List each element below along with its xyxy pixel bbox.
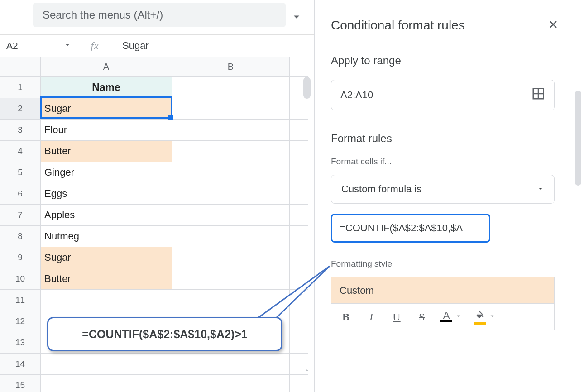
table-row: 15 bbox=[0, 375, 308, 392]
formula-value: =COUNTIF($A$2:$A$10,$A bbox=[340, 222, 463, 234]
style-name: Custom bbox=[340, 285, 374, 296]
cell[interactable]: Nutmeg bbox=[41, 226, 172, 247]
table-row: 2Sugar bbox=[0, 98, 308, 120]
cell[interactable] bbox=[172, 205, 290, 225]
select-range-icon[interactable] bbox=[531, 87, 545, 103]
menu-search-caret-icon[interactable] bbox=[290, 10, 303, 25]
text-color-button[interactable]: A bbox=[436, 307, 467, 326]
fill-color-button[interactable] bbox=[469, 307, 501, 326]
caret-down-icon bbox=[488, 312, 496, 321]
fx-icon: fx bbox=[77, 35, 113, 57]
name-box[interactable]: A2 bbox=[0, 35, 77, 57]
row-header[interactable]: 6 bbox=[0, 183, 41, 204]
table-row: 4Butter bbox=[0, 141, 308, 162]
cell[interactable] bbox=[172, 120, 290, 140]
conditional-format-sidepanel: Conditional format rules Apply to range … bbox=[314, 0, 584, 392]
name-box-caret-icon[interactable] bbox=[63, 40, 72, 52]
column-header-b[interactable]: B bbox=[172, 57, 290, 76]
cell[interactable] bbox=[172, 98, 290, 119]
bold-button[interactable]: B bbox=[334, 307, 358, 326]
italic-button[interactable]: I bbox=[359, 307, 383, 326]
row-header[interactable]: 8 bbox=[0, 226, 41, 247]
cell[interactable] bbox=[172, 77, 290, 98]
text-color-glyph: A bbox=[443, 312, 450, 319]
vertical-scrollbar[interactable] bbox=[303, 77, 311, 99]
formula-bar-value: Sugar bbox=[122, 40, 149, 51]
select-all-corner[interactable] bbox=[0, 57, 41, 76]
format-cells-if-label: Format cells if... bbox=[331, 157, 584, 167]
row-header[interactable]: 14 bbox=[0, 354, 41, 374]
cell[interactable]: Apples bbox=[41, 205, 172, 225]
name-box-value: A2 bbox=[6, 40, 18, 51]
format-rules-label: Format rules bbox=[331, 132, 584, 145]
cell[interactable] bbox=[172, 183, 290, 204]
cell[interactable] bbox=[41, 354, 172, 374]
cell[interactable] bbox=[172, 354, 290, 374]
paint-bucket-icon bbox=[475, 310, 485, 320]
cell[interactable] bbox=[172, 375, 290, 392]
cell[interactable]: Sugar bbox=[41, 247, 172, 268]
cell[interactable] bbox=[41, 375, 172, 392]
table-row: 3Flour bbox=[0, 120, 308, 141]
row-header[interactable]: 13 bbox=[0, 332, 41, 353]
cell[interactable] bbox=[172, 141, 290, 162]
cell[interactable]: Ginger bbox=[41, 162, 172, 183]
row-header[interactable]: 4 bbox=[0, 141, 41, 162]
style-toolbar: B I U S A bbox=[331, 303, 555, 330]
row-header[interactable]: 11 bbox=[0, 290, 41, 311]
strike-glyph: S bbox=[419, 311, 425, 323]
condition-value: Custom formula is bbox=[341, 183, 421, 195]
namebox-row: A2 fx Sugar bbox=[0, 34, 317, 57]
text-color-swatch bbox=[440, 320, 452, 322]
condition-select[interactable]: Custom formula is bbox=[331, 175, 555, 204]
row-header[interactable]: 2 bbox=[0, 98, 41, 119]
menu-search-placeholder: Search the menus (Alt+/) bbox=[43, 9, 163, 21]
cell[interactable] bbox=[41, 290, 172, 311]
strike-button[interactable]: S bbox=[410, 307, 434, 326]
row-header[interactable]: 3 bbox=[0, 120, 41, 140]
cell[interactable]: Eggs bbox=[41, 183, 172, 204]
row-header[interactable]: 5 bbox=[0, 162, 41, 183]
row-header[interactable]: 9 bbox=[0, 247, 41, 268]
table-row: 14 bbox=[0, 354, 308, 375]
cell[interactable]: Butter bbox=[41, 141, 172, 162]
close-button[interactable] bbox=[547, 18, 560, 33]
fill-color-swatch bbox=[474, 322, 486, 325]
svg-point-2 bbox=[482, 316, 483, 317]
sidepanel-title: Conditional format rules bbox=[331, 18, 465, 33]
apply-to-range-label: Apply to range bbox=[331, 54, 584, 67]
cell[interactable] bbox=[172, 162, 290, 183]
cell[interactable]: Flour bbox=[41, 120, 172, 140]
custom-formula-input[interactable]: =COUNTIF($A$2:$A$10,$A bbox=[331, 214, 490, 243]
caret-down-icon bbox=[537, 183, 544, 195]
cell[interactable]: Sugar bbox=[41, 98, 172, 119]
table-row: 8Nutmeg bbox=[0, 226, 308, 247]
table-row: 5Ginger bbox=[0, 162, 308, 183]
scroll-up-arrow-icon[interactable] bbox=[303, 367, 311, 376]
row-header[interactable]: 15 bbox=[0, 375, 41, 392]
style-preview[interactable]: Custom bbox=[331, 277, 555, 303]
formatting-style-label: Formatting style bbox=[331, 259, 584, 269]
caret-down-icon bbox=[455, 312, 462, 321]
sidepanel-scrollbar[interactable] bbox=[575, 91, 581, 186]
row-header[interactable]: 7 bbox=[0, 205, 41, 225]
column-header-a[interactable]: A bbox=[41, 57, 172, 76]
underline-glyph: U bbox=[393, 311, 400, 323]
range-value: A2:A10 bbox=[340, 89, 373, 101]
callout-text: =COUNTIF($A$2:$A$10,$A2)>1 bbox=[82, 328, 247, 341]
formula-callout: =COUNTIF($A$2:$A$10,$A2)>1 bbox=[47, 317, 282, 351]
cell[interactable]: Name bbox=[41, 77, 172, 98]
apply-to-range-input[interactable]: A2:A10 bbox=[331, 80, 555, 110]
underline-button[interactable]: U bbox=[385, 307, 408, 326]
italic-glyph: I bbox=[369, 311, 373, 323]
table-row: 1Name bbox=[0, 77, 308, 98]
row-header[interactable]: 10 bbox=[0, 268, 41, 289]
cell[interactable] bbox=[172, 226, 290, 247]
cell[interactable]: Butter bbox=[41, 268, 172, 289]
row-header[interactable]: 1 bbox=[0, 77, 41, 98]
table-row: 7Apples bbox=[0, 205, 308, 226]
menu-search[interactable]: Search the menus (Alt+/) bbox=[33, 3, 286, 27]
row-header[interactable]: 12 bbox=[0, 311, 41, 332]
formula-bar[interactable]: Sugar bbox=[113, 40, 317, 52]
column-headers: A B bbox=[0, 57, 308, 77]
